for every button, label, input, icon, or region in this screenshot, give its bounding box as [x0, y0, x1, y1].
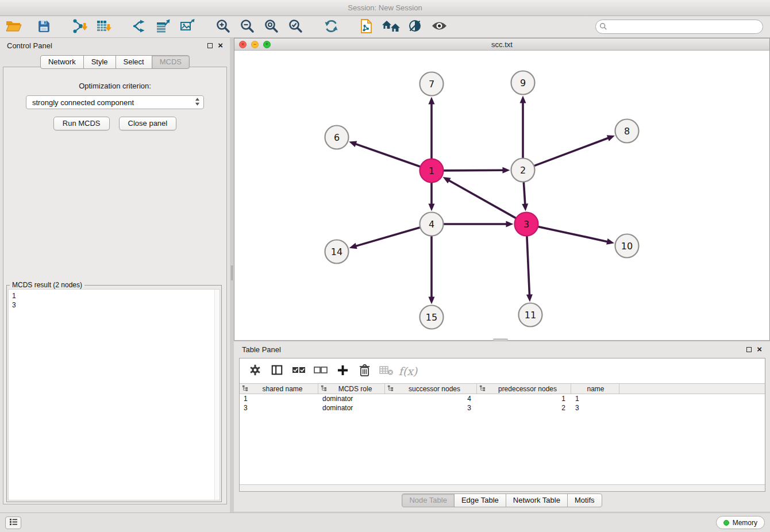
run-mcds-button[interactable]: Run MCDS	[53, 117, 110, 130]
graph-edge-1-2[interactable]	[442, 170, 503, 171]
column-header-successor-nodes[interactable]: successor nodes	[385, 384, 477, 394]
control-panel-header: Control Panel ×	[0, 38, 230, 53]
delete-table-button[interactable]	[376, 361, 396, 381]
tab-select[interactable]: Select	[116, 55, 152, 69]
minimize-window-button[interactable]: −	[251, 41, 259, 48]
show-hide-panels-button[interactable]	[429, 18, 449, 36]
zoom-fit-button[interactable]	[261, 18, 282, 36]
delete-column-button[interactable]	[355, 361, 374, 381]
graph-node-7[interactable]: 7	[420, 72, 444, 96]
graph-node-4[interactable]: 4	[420, 213, 444, 236]
cell-shared-name[interactable]: 1	[240, 395, 318, 403]
zoom-out-button[interactable]	[237, 18, 257, 36]
table-row[interactable]: 3 dominator 3 2 3	[240, 403, 765, 413]
search-box	[595, 20, 763, 34]
graph-node-label: 11	[525, 310, 536, 321]
zoom-in-button[interactable]	[213, 18, 233, 36]
graph-node-14[interactable]: 14	[325, 240, 349, 264]
graph-node-11[interactable]: 11	[519, 303, 542, 327]
graph-edge-4-14[interactable]	[355, 227, 421, 246]
graph-edge-1-6[interactable]	[355, 144, 421, 167]
horizontal-resize-handle[interactable]	[493, 338, 508, 341]
column-type-icon	[242, 385, 248, 393]
cell-name[interactable]: 1	[571, 395, 619, 403]
graph-node-2[interactable]: 2	[511, 159, 535, 182]
tab-motifs[interactable]: Motifs	[567, 494, 602, 507]
cell-successor-nodes[interactable]: 4	[385, 395, 477, 403]
table-row[interactable]: 1 dominator 4 1 1	[240, 394, 765, 403]
close-table-panel-icon[interactable]: ×	[757, 346, 762, 352]
column-header-predecessor-nodes[interactable]: predecessor nodes	[477, 384, 571, 394]
optimization-dropdown[interactable]: strongly connected component	[26, 95, 204, 109]
column-header-mcds-role[interactable]: MCDS role	[318, 384, 385, 394]
graph-node-6[interactable]: 6	[325, 126, 349, 149]
graph-edge-2-8[interactable]	[533, 138, 609, 166]
control-panel-tabs: Network Style Select MCDS	[0, 55, 230, 69]
table-horizontal-scrollbar[interactable]	[240, 484, 765, 491]
refresh-view-button[interactable]	[321, 18, 341, 36]
houses-icon	[382, 20, 400, 34]
graph-node-1[interactable]: 1	[420, 159, 444, 183]
zoom-selected-icon	[288, 18, 303, 36]
result-scrollbar[interactable]	[214, 290, 220, 500]
toggle-columns-button[interactable]	[267, 361, 287, 381]
float-table-panel-icon[interactable]	[746, 347, 752, 352]
column-header-name[interactable]: name	[571, 384, 619, 394]
deselect-all-button[interactable]	[311, 361, 330, 381]
graph-edge-3-1[interactable]	[448, 180, 517, 218]
add-column-button[interactable]	[333, 361, 352, 381]
search-input[interactable]	[595, 20, 763, 34]
table-settings-button[interactable]	[245, 361, 265, 381]
table-toolbar: f(x)	[240, 358, 765, 383]
window-title: Session: New Session	[348, 3, 422, 12]
open-file-button[interactable]	[3, 18, 24, 36]
close-window-button[interactable]: ×	[239, 41, 247, 48]
function-builder-button[interactable]: f(x)	[398, 361, 418, 381]
first-neighbors-button[interactable]	[380, 18, 401, 36]
cell-successor-nodes[interactable]: 3	[385, 404, 477, 412]
export-image-button[interactable]	[177, 18, 198, 36]
select-all-button[interactable]	[289, 361, 309, 381]
import-table-button[interactable]	[93, 18, 114, 36]
graphics-details-button[interactable]	[405, 18, 425, 36]
cell-mcds-role[interactable]: dominator	[318, 404, 385, 412]
network-window-titlebar[interactable]: × − + scc.txt	[234, 38, 769, 51]
graph-edge-3-10[interactable]	[537, 226, 608, 242]
import-network-button[interactable]	[69, 18, 90, 36]
panel-resize-divider[interactable]	[230, 38, 234, 512]
panel-selector-button[interactable]	[5, 516, 21, 529]
zoom-selected-button[interactable]	[285, 18, 306, 36]
mcds-result-node: 3	[12, 300, 216, 310]
close-panel-x-icon[interactable]: ×	[218, 43, 223, 48]
graph-node-15[interactable]: 15	[420, 306, 444, 329]
memory-button[interactable]: Memory	[716, 516, 765, 529]
graph-edge-3-11[interactable]	[527, 235, 530, 295]
cell-name[interactable]: 3	[571, 404, 619, 412]
network-canvas[interactable]: 7968124314101511	[234, 51, 769, 340]
graph-node-9[interactable]: 9	[511, 71, 535, 95]
table-panel-tabs: Node Table Edge Table Network Table Moti…	[234, 494, 770, 507]
graph-edge-2-3[interactable]	[523, 181, 525, 205]
graph-node-10[interactable]: 10	[615, 234, 639, 258]
new-network-button[interactable]	[129, 18, 149, 36]
cell-predecessor-nodes[interactable]: 2	[477, 404, 571, 412]
export-table-button[interactable]	[153, 18, 174, 36]
float-panel-icon[interactable]	[207, 43, 213, 48]
cell-shared-name[interactable]: 3	[240, 404, 318, 412]
tab-edge-table[interactable]: Edge Table	[454, 494, 506, 507]
tab-style[interactable]: Style	[83, 55, 116, 69]
graph-node-8[interactable]: 8	[615, 119, 639, 143]
graph-node-3[interactable]: 3	[515, 213, 538, 236]
tab-mcds[interactable]: MCDS	[152, 55, 190, 69]
maximize-window-button[interactable]: +	[263, 41, 271, 48]
tab-network-table[interactable]: Network Table	[506, 494, 568, 507]
cell-predecessor-nodes[interactable]: 1	[477, 395, 571, 403]
network-document-button[interactable]	[356, 18, 377, 36]
save-session-button[interactable]	[33, 18, 54, 36]
divider-handle[interactable]	[231, 265, 233, 280]
cell-mcds-role[interactable]: dominator	[318, 395, 385, 403]
tab-node-table[interactable]: Node Table	[402, 494, 455, 507]
close-panel-button[interactable]: Close panel	[119, 117, 177, 130]
tab-network[interactable]: Network	[40, 55, 84, 69]
column-header-shared-name[interactable]: shared name	[240, 384, 318, 394]
